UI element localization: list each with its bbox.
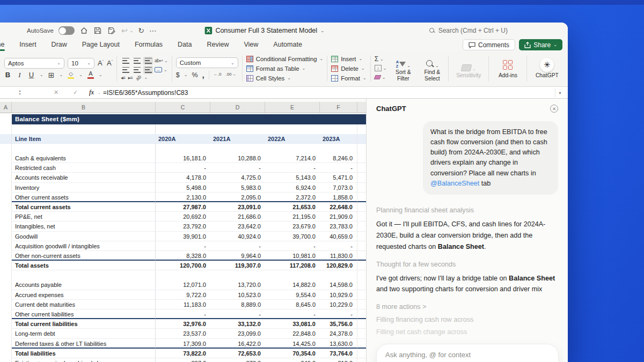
cell[interactable] — [0, 280, 12, 290]
cell[interactable] — [357, 251, 367, 261]
font-family-select[interactable]: Aptos⌄ — [4, 58, 64, 69]
underline-chevron-icon[interactable]: ⌄ — [40, 72, 43, 77]
fill-color-chevron-icon[interactable]: ⌄ — [79, 72, 83, 77]
decrease-indent-button[interactable]: ◂≡ — [121, 75, 125, 80]
cell-value[interactable]: 5,498.0 — [156, 183, 210, 193]
conditional-formatting-button[interactable]: Conditional Formatting ⌄ — [246, 55, 323, 63]
function-chevron-icon[interactable]: ⌄ — [98, 91, 101, 95]
cell[interactable] — [0, 300, 12, 309]
cell-value[interactable]: 8,328.0 — [156, 251, 210, 261]
cell-value[interactable]: 2,372.0 — [265, 193, 320, 202]
row-label[interactable]: Total liabilities — [12, 349, 156, 358]
cell-value[interactable]: 23,642.0 — [210, 221, 265, 231]
percent-button[interactable]: % — [192, 71, 197, 79]
cell[interactable] — [0, 349, 12, 358]
cell-value[interactable]: 70,354.0 — [265, 349, 320, 358]
cell[interactable] — [357, 290, 367, 300]
search-field[interactable]: Search (Cmd + Ctrl + U) — [429, 23, 508, 39]
merge-chevron-icon[interactable]: ⌄ — [164, 68, 167, 72]
undo-chevron-icon[interactable]: ⌄ — [130, 28, 134, 33]
tab-data[interactable]: Data — [177, 39, 192, 51]
cell-value[interactable]: - — [210, 241, 265, 251]
cell-value[interactable]: 40,659.0 — [320, 232, 357, 241]
cell-value[interactable]: 23,091.0 — [210, 202, 265, 212]
cell-value[interactable]: - — [210, 163, 265, 173]
cell[interactable] — [0, 290, 12, 300]
cell-value[interactable]: 16,422.0 — [210, 339, 265, 349]
cell-value[interactable]: 8,246.0 — [320, 153, 357, 163]
cell-value[interactable]: 21,909.0 — [320, 212, 357, 221]
cell[interactable] — [0, 329, 12, 338]
cell-value[interactable]: 119,307.0 — [210, 261, 265, 270]
cell[interactable] — [357, 300, 367, 309]
orientation-chevron-icon[interactable]: ⌄ — [144, 75, 148, 80]
cell-value[interactable]: 23,679.0 — [265, 221, 320, 231]
cell[interactable] — [0, 173, 12, 182]
chatgpt-addin-button[interactable]: ✳ ChatGPT — [531, 58, 563, 78]
cell-value[interactable]: 39,901.0 — [156, 232, 210, 241]
cell[interactable] — [0, 251, 12, 261]
cell[interactable] — [0, 270, 12, 280]
column-header-c[interactable]: C — [156, 102, 210, 113]
cell-value[interactable]: 21,653.0 — [265, 202, 320, 212]
borders-button[interactable]: ⊞ — [48, 71, 55, 79]
cell[interactable] — [0, 261, 12, 270]
cell-value[interactable]: - — [156, 241, 210, 251]
column-header-partial[interactable] — [357, 102, 367, 113]
delete-cells-button[interactable]: Delete ⌄ — [331, 64, 366, 73]
cell[interactable] — [357, 270, 367, 280]
row-label[interactable] — [12, 270, 156, 280]
cell-value[interactable]: 13,720.0 — [210, 280, 265, 290]
cell-value[interactable]: 20,692.0 — [156, 212, 210, 221]
cell-value[interactable]: 23,099.0 — [210, 329, 265, 338]
cell-value[interactable]: - — [156, 163, 210, 173]
cell-value[interactable]: 10,288.0 — [210, 153, 265, 163]
line-item-header-row[interactable]: Line Item 2020A 2021A 2022A 2023A — [0, 134, 367, 144]
cell-value[interactable]: 73,822.0 — [156, 349, 210, 358]
row-label[interactable]: PP&E, net — [12, 212, 156, 221]
cell[interactable] — [357, 358, 367, 362]
cell-value[interactable]: 14,882.0 — [265, 280, 320, 290]
cell[interactable] — [357, 309, 367, 319]
cell-value[interactable]: 24,378.0 — [320, 329, 357, 338]
cell[interactable] — [0, 358, 12, 362]
underline-button[interactable]: U — [28, 71, 35, 79]
currency-chevron-icon[interactable]: ⌄ — [184, 72, 188, 77]
formula-input[interactable]: =IS!E6/365*Assumptions!C83 — [103, 89, 188, 97]
row-label[interactable]: Current debt maturities — [12, 300, 156, 309]
row-label[interactable]: Long-term debt — [12, 329, 156, 338]
cell-value[interactable]: 39,700.0 — [265, 232, 320, 241]
cell[interactable] — [357, 241, 367, 251]
cell-value[interactable]: 9,554.0 — [265, 290, 320, 300]
cell-value[interactable]: 5,143.0 — [265, 173, 320, 182]
cell-value[interactable]: 35,756.0 — [320, 319, 357, 329]
increase-indent-button[interactable]: ▸≡ — [128, 75, 133, 80]
insert-function-icon[interactable]: fx — [89, 88, 94, 97]
cell-value[interactable]: 14,425.0 — [265, 339, 320, 349]
cell-value[interactable]: 8,645.0 — [265, 300, 320, 309]
cell-value[interactable]: 73,764.0 — [320, 349, 357, 358]
cell[interactable] — [0, 163, 12, 173]
cell[interactable] — [357, 212, 367, 221]
cell-value[interactable]: 11,183.0 — [156, 300, 210, 309]
cell-value[interactable]: 17,309.0 — [156, 339, 210, 349]
cell-value[interactable]: 14,598.0 — [320, 280, 357, 290]
cell-value[interactable]: 33,081.0 — [265, 319, 320, 329]
cell-value[interactable]: 22,848.0 — [265, 329, 320, 338]
row-label[interactable]: Existing + acquired combined shares, eop — [12, 358, 156, 362]
column-header-f[interactable]: F — [320, 102, 357, 113]
save-as-icon[interactable] — [107, 26, 116, 35]
row-label[interactable]: Total current liabilities — [12, 319, 156, 329]
cell-value[interactable]: - — [320, 309, 357, 319]
cell-value[interactable]: 117,208.0 — [265, 261, 320, 270]
clear-button[interactable]: ⌄ — [375, 73, 386, 81]
cell-value[interactable]: - — [210, 309, 265, 319]
formula-bar-expand-button[interactable]: ▼ — [555, 88, 565, 97]
cell-value[interactable]: 2,130.0 — [156, 193, 210, 202]
cell-value[interactable]: 9,722.0 — [156, 290, 210, 300]
number-format-select[interactable]: Custom⌄ — [176, 57, 238, 68]
autosum-button[interactable]: Σ⌄ — [375, 55, 384, 63]
merge-center-button[interactable]: ↔ — [155, 67, 162, 72]
align-center-button[interactable] — [132, 66, 142, 74]
more-commands-icon[interactable]: ⋯ — [149, 26, 157, 35]
